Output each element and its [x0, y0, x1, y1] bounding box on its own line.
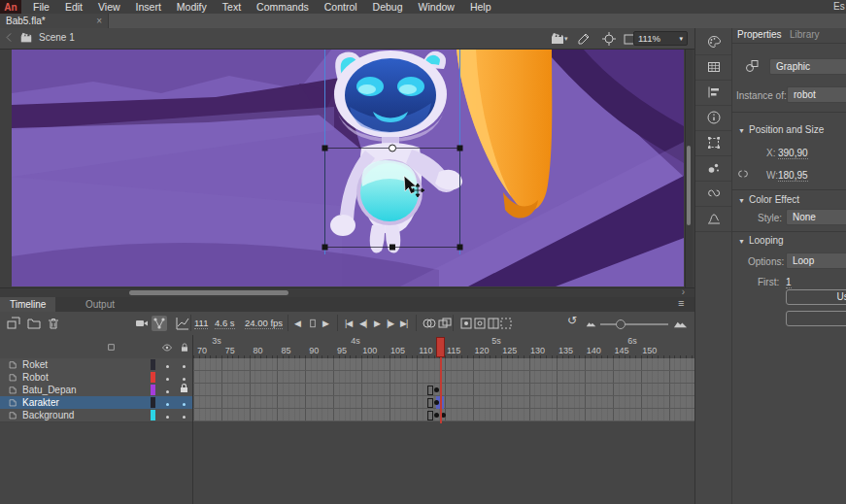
back-arrow-icon[interactable]	[3, 31, 16, 44]
menu-item-file[interactable]: File	[25, 0, 57, 14]
step-back-icon[interactable]: ◀|	[359, 318, 366, 329]
center-frame-icon[interactable]	[601, 31, 617, 47]
lip-syncing-button[interactable]: Lip S	[786, 311, 846, 326]
document-tab[interactable]: Bab5.fla* ×	[0, 14, 109, 28]
layer-graph-icon[interactable]	[175, 316, 190, 331]
unlocked-dot[interactable]	[183, 403, 186, 406]
large-frames-icon[interactable]	[673, 317, 688, 331]
use-frame-picker-button[interactable]: Use Fra	[786, 289, 846, 305]
layer-outline-color[interactable]	[151, 410, 155, 420]
small-frames-icon[interactable]	[586, 319, 596, 329]
layer-visibility-cell[interactable]	[159, 410, 176, 420]
layer-name[interactable]: Roket	[22, 359, 151, 370]
layer-visibility-cell[interactable]	[159, 359, 176, 370]
frame-span-batu_depan[interactable]	[193, 384, 694, 396]
layer-name[interactable]: Batu_Depan	[22, 385, 151, 395]
layer-lock-cell[interactable]	[176, 359, 192, 370]
w-value[interactable]: 180,95	[778, 170, 808, 182]
new-layer-icon[interactable]	[6, 316, 21, 331]
frame-span-background[interactable]	[193, 409, 694, 421]
scene-menu-icon[interactable]	[550, 31, 565, 47]
tab-properties[interactable]: Properties	[737, 29, 782, 40]
layer-lock-cell[interactable]	[176, 410, 192, 420]
layer-row-roket[interactable]: Roket	[0, 358, 192, 372]
cc-libraries-panel-icon[interactable]	[695, 181, 732, 207]
layer-visibility-cell[interactable]	[159, 397, 176, 408]
menu-item-modify[interactable]: Modify	[169, 0, 215, 14]
tab-output[interactable]: Output	[76, 297, 124, 312]
keyframe-dot[interactable]	[434, 413, 439, 418]
edit-symbols-icon[interactable]	[576, 31, 592, 47]
onion-skin-icon[interactable]	[422, 316, 437, 331]
menu-item-debug[interactable]: Debug	[365, 0, 411, 14]
keyframe-dot[interactable]	[434, 387, 439, 392]
delete-icon[interactable]	[46, 316, 61, 331]
new-folder-icon[interactable]	[26, 316, 42, 331]
scroll-right-icon[interactable]: ›	[682, 286, 685, 297]
close-icon[interactable]: ×	[96, 16, 102, 26]
menu-item-text[interactable]: Text	[215, 0, 249, 14]
keyframe-dot[interactable]	[434, 400, 439, 405]
zoom-level-select[interactable]: 111% ▾	[633, 31, 688, 46]
position-size-title[interactable]: Position and Size	[749, 124, 824, 135]
stage-vertical-scrollbar[interactable]	[685, 49, 693, 287]
unlocked-dot[interactable]	[183, 365, 186, 368]
style-select[interactable]: None	[786, 209, 846, 225]
frame-span-karakter[interactable]	[193, 396, 694, 409]
panel-menu-icon[interactable]: ≡	[678, 297, 684, 309]
color-effect-title[interactable]: Color Effect	[749, 194, 799, 205]
keyframe-dot[interactable]	[441, 413, 446, 418]
layer-outline-color[interactable]	[151, 359, 155, 370]
layer-name[interactable]: Karakter	[22, 397, 151, 408]
stage-pasteboard[interactable]	[0, 49, 694, 287]
playhead[interactable]	[436, 337, 445, 357]
workspace-button[interactable]: Es	[833, 1, 845, 12]
layer-lock-cell[interactable]	[176, 372, 192, 383]
first-frame-value[interactable]: 1	[786, 277, 792, 288]
instance-name-field[interactable]: robot	[787, 86, 846, 103]
stage-canvas[interactable]	[12, 49, 684, 286]
current-frame-field[interactable]: 111	[194, 318, 208, 329]
looping-title[interactable]: Looping	[749, 235, 784, 246]
frame-span-roket[interactable]	[193, 358, 694, 371]
menu-item-window[interactable]: Window	[411, 0, 462, 14]
layer-lock-cell[interactable]	[176, 397, 192, 408]
loop-options-select[interactable]: Loop	[786, 252, 846, 269]
timeline-zoom-slider[interactable]	[600, 323, 668, 325]
eye-icon[interactable]	[161, 342, 173, 353]
layer-outline-color[interactable]	[151, 372, 155, 383]
layer-row-background[interactable]: Background	[0, 409, 192, 422]
collapse-triangle-icon[interactable]: ▼	[738, 238, 745, 245]
unlocked-dot[interactable]	[183, 416, 186, 419]
transform-panel-icon[interactable]	[695, 130, 732, 156]
menu-item-help[interactable]: Help	[462, 0, 499, 14]
brush-library-panel-icon[interactable]	[695, 155, 732, 182]
layer-outline-color[interactable]	[151, 397, 155, 408]
layer-name[interactable]: Background	[22, 410, 151, 420]
menu-item-control[interactable]: Control	[317, 0, 365, 14]
behavior-select[interactable]: Graphic	[769, 58, 846, 75]
unlocked-dot[interactable]	[183, 378, 186, 381]
frame-rate-field[interactable]: 24.00 fps	[245, 318, 283, 329]
menu-item-edit[interactable]: Edit	[57, 0, 90, 14]
x-value[interactable]: 390,90	[778, 148, 808, 159]
align-panel-icon[interactable]	[695, 80, 732, 106]
scrollbar-thumb[interactable]	[129, 290, 288, 295]
playhead-back-icon[interactable]: ◀	[294, 318, 300, 329]
menu-item-commands[interactable]: Commands	[249, 0, 317, 14]
layer-visibility-cell[interactable]	[159, 372, 176, 383]
go-to-last-frame-icon[interactable]: ▶|	[400, 318, 407, 329]
layer-row-batu_depan[interactable]: Batu_Depan	[0, 384, 192, 397]
camera-icon[interactable]	[134, 316, 150, 331]
color-panel-icon[interactable]	[695, 29, 732, 55]
layer-row-karakter[interactable]: Karakter	[0, 396, 192, 410]
outline-square-icon[interactable]	[106, 342, 117, 353]
layer-outline-color[interactable]	[151, 385, 155, 395]
swatches-panel-icon[interactable]	[695, 54, 732, 81]
go-to-first-frame-icon[interactable]: |◀	[345, 318, 352, 329]
menu-item-insert[interactable]: Insert	[128, 0, 169, 14]
edit-multiple-frames-icon[interactable]	[437, 316, 453, 331]
parenting-view-icon[interactable]	[152, 316, 167, 331]
timeline-zoom-knob[interactable]	[616, 319, 626, 329]
scene-name[interactable]: Scene 1	[39, 32, 75, 43]
